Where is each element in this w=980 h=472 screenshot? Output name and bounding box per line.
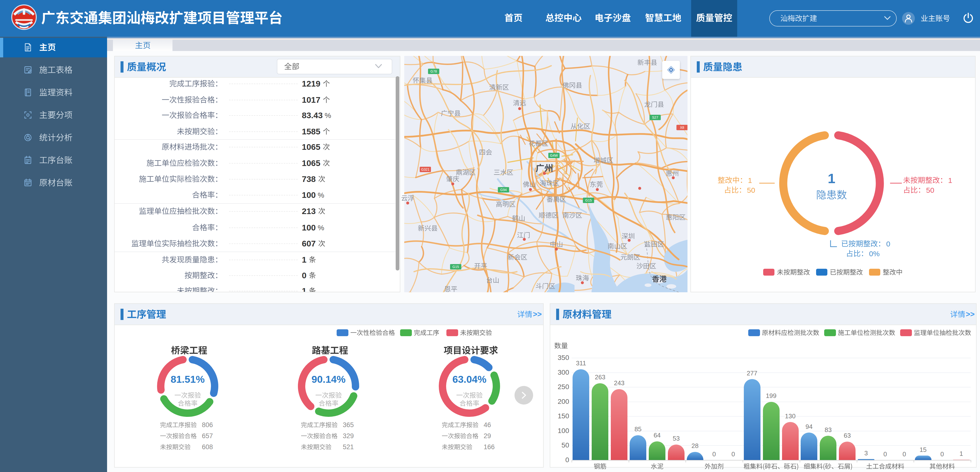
svg-text:S27: S27 xyxy=(652,115,658,120)
svg-text:G321: G321 xyxy=(421,167,430,171)
svg-text:G15: G15 xyxy=(452,265,459,269)
svg-text:G4W: G4W xyxy=(550,153,558,158)
svg-text:X8: X8 xyxy=(680,126,684,129)
svg-text:G15: G15 xyxy=(585,198,592,202)
svg-text:G78: G78 xyxy=(431,69,437,73)
svg-text:G94: G94 xyxy=(500,188,507,192)
